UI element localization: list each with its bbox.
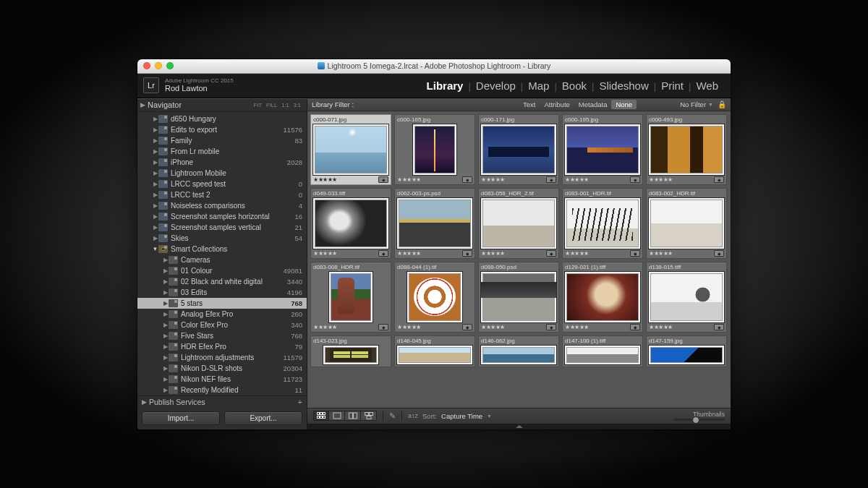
thumbnail-rating[interactable]: ★★★★★◆ <box>648 176 725 183</box>
survey-view-button[interactable] <box>361 411 377 421</box>
disclosure-icon[interactable]: ▶ <box>152 127 158 133</box>
nav-zoom-3-1[interactable]: 3:1 <box>292 102 302 108</box>
disclosure-icon[interactable]: ▶ <box>152 116 158 122</box>
sort-value[interactable]: Capture Time <box>441 412 482 420</box>
thumbnail-rating[interactable]: ★★★★★◆ <box>648 323 725 330</box>
thumbnail-cell[interactable]: c000-171.jpg★★★★★◆ <box>478 114 559 185</box>
collection-row[interactable]: ▶LRCC test 20 <box>137 189 307 200</box>
thumbnail-image[interactable] <box>312 124 389 176</box>
disclosure-icon[interactable]: ▶ <box>152 170 158 176</box>
close-icon[interactable] <box>143 62 150 69</box>
collection-row[interactable]: ▶iPhone2028 <box>137 157 307 168</box>
thumbnail-rating[interactable]: ★★★★★◆ <box>564 249 641 257</box>
thumbnail-cell[interactable]: c000-493.jpg★★★★★◆ <box>646 114 727 185</box>
module-develop[interactable]: Develop <box>471 80 521 92</box>
thumbnail-image[interactable] <box>564 271 641 323</box>
filter-tab-metadata[interactable]: Metadata <box>574 100 612 109</box>
compare-view-button[interactable] <box>345 411 361 421</box>
thumbnail-cell[interactable]: d088-044 (1).tif★★★★★◆ <box>394 262 475 333</box>
thumbnail-badge-icon[interactable]: ◆ <box>378 176 388 183</box>
collection-row[interactable]: ▶Edits to export11576 <box>137 124 307 135</box>
thumbnail-rating[interactable]: ★★★★★◆ <box>312 323 389 330</box>
thumbnail-image[interactable] <box>480 197 557 249</box>
thumbnail-image[interactable] <box>648 124 725 176</box>
thumbnail-badge-icon[interactable]: ◆ <box>462 250 472 257</box>
disclosure-icon[interactable]: ▼ <box>152 246 158 252</box>
thumbnail-badge-icon[interactable]: ◆ <box>714 324 724 330</box>
filmstrip-grip-icon[interactable] <box>307 424 731 429</box>
module-map[interactable]: Map <box>523 80 554 92</box>
thumbnail-cell[interactable]: c000-071.jpg★★★★★◆ <box>310 114 391 185</box>
collection-row[interactable]: ▶01 Colour49081 <box>137 265 307 276</box>
disclosure-icon[interactable]: ▶ <box>152 213 158 220</box>
thumbnail-image[interactable] <box>323 345 379 365</box>
collection-row[interactable]: ▶LRCC speed test0 <box>137 179 307 189</box>
nav-zoom-fit[interactable]: FIT <box>252 102 263 108</box>
filter-tab-attribute[interactable]: Attribute <box>540 100 574 109</box>
module-slideshow[interactable]: Slideshow <box>594 80 653 92</box>
disclosure-icon[interactable]: ▶ <box>152 148 158 155</box>
disclosure-icon[interactable]: ▶ <box>162 267 169 274</box>
thumbnail-badge-icon[interactable]: ◆ <box>378 250 388 257</box>
disclosure-icon[interactable]: ▶ <box>162 300 169 307</box>
thumbnail-image[interactable] <box>396 197 473 249</box>
collection-row[interactable]: ▶Cameras <box>137 254 307 265</box>
disclosure-icon[interactable]: ▶ <box>162 365 169 372</box>
thumbnail-image[interactable] <box>480 271 557 323</box>
filter-tab-text[interactable]: Text <box>519 100 540 109</box>
disclosure-icon[interactable]: ▶ <box>162 354 169 361</box>
thumbnail-cell[interactable]: d129-021 (1).tiff★★★★★◆ <box>562 262 643 333</box>
thumbnail-image[interactable] <box>648 345 725 365</box>
thumbnail-cell[interactable]: d049-033.tiff★★★★★◆ <box>310 188 391 259</box>
thumbnail-image[interactable] <box>480 345 557 365</box>
collection-row[interactable]: ▶HDR Efex Pro79 <box>137 341 307 352</box>
collection-row[interactable]: ▶Screenshot samples vertical21 <box>137 222 307 233</box>
collection-row[interactable]: ▶Lightroom Mobile <box>137 168 307 179</box>
disclosure-icon[interactable]: ▶ <box>152 159 158 166</box>
filter-preset[interactable]: No Filter <box>680 100 706 108</box>
thumbnail-cell[interactable]: d147-100 (1).tiff <box>562 335 643 367</box>
thumbnail-image[interactable] <box>648 271 725 323</box>
grid-view-button[interactable] <box>313 411 329 421</box>
add-publish-service-icon[interactable]: + <box>298 398 302 406</box>
thumbnail-rating[interactable]: ★★★★★◆ <box>480 249 557 257</box>
thumbnail-rating[interactable]: ★★★★★◆ <box>312 176 389 183</box>
thumbnail-cell[interactable]: d146-045.jpg <box>394 335 475 367</box>
collection-row[interactable]: ▶Recently Modified11 <box>137 385 307 395</box>
thumbnail-image[interactable] <box>412 124 457 176</box>
disclosure-icon[interactable]: ▶ <box>152 181 158 187</box>
thumbnail-image[interactable] <box>480 124 557 176</box>
thumbnail-badge-icon[interactable]: ◆ <box>630 250 640 257</box>
thumbnail-badge-icon[interactable]: ◆ <box>630 324 640 330</box>
module-print[interactable]: Print <box>656 80 689 92</box>
thumbnail-badge-icon[interactable]: ◆ <box>546 176 556 183</box>
zoom-icon[interactable] <box>166 62 174 69</box>
disclosure-icon[interactable]: ▶ <box>152 202 158 209</box>
thumbnail-cell[interactable]: d088-050.psd★★★★★◆ <box>478 262 559 333</box>
collection-row[interactable]: ▶Noiseless comparisons4 <box>137 200 307 211</box>
thumbnail-rating[interactable]: ★★★★★◆ <box>396 323 473 330</box>
thumbnail-image[interactable] <box>564 124 641 176</box>
export-button[interactable]: Export... <box>224 411 302 425</box>
thumbnail-rating[interactable]: ★★★★★◆ <box>564 176 641 183</box>
thumbnail-rating[interactable]: ★★★★★◆ <box>396 176 473 183</box>
minimize-icon[interactable] <box>155 62 162 69</box>
thumbnail-cell[interactable]: d147-159.jpg <box>646 335 727 367</box>
collection-row[interactable]: ▶Family83 <box>137 135 307 146</box>
disclosure-icon[interactable]: ▶ <box>152 224 158 231</box>
thumbnail-image[interactable] <box>564 345 641 365</box>
collection-row[interactable]: ▶Color Efex Pro340 <box>137 320 307 330</box>
collection-row[interactable]: ▶5 stars768 <box>137 298 307 309</box>
disclosure-icon[interactable]: ▶ <box>142 398 149 406</box>
thumbnail-cell[interactable]: d138-015.tiff★★★★★◆ <box>646 262 727 333</box>
thumbnail-badge-icon[interactable]: ◆ <box>714 176 724 183</box>
sort-direction-icon[interactable]: a↕z <box>408 412 418 419</box>
collection-row[interactable]: ▼Smart Collections <box>137 244 307 254</box>
thumbnail-cell[interactable]: c000-195.jpg★★★★★◆ <box>562 114 643 185</box>
disclosure-icon[interactable]: ▶ <box>152 192 158 198</box>
disclosure-icon[interactable]: ▶ <box>162 278 169 285</box>
thumbnail-image[interactable] <box>396 345 473 365</box>
disclosure-icon[interactable]: ▶ <box>162 257 169 263</box>
collection-row[interactable]: ▶Analog Efex Pro260 <box>137 309 307 320</box>
thumbnail-badge-icon[interactable]: ◆ <box>630 176 640 183</box>
